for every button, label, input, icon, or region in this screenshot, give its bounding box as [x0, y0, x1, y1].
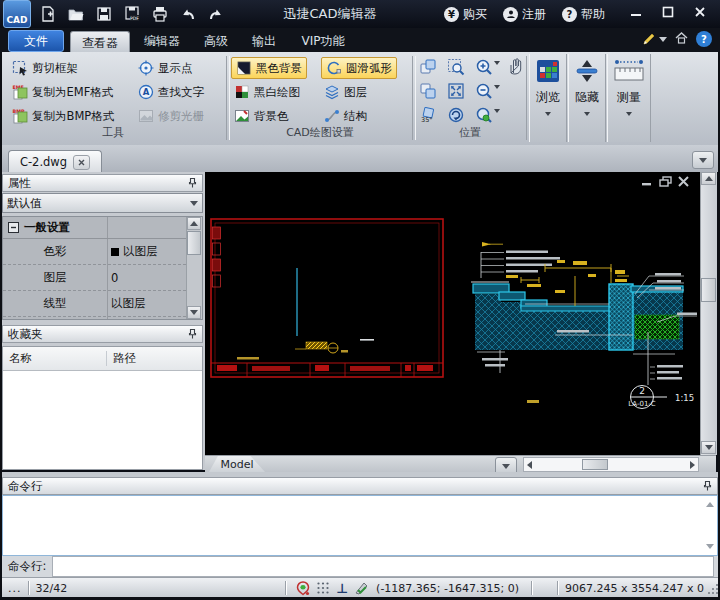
color-swatch[interactable] — [111, 248, 119, 256]
measure-dropdown[interactable] — [626, 112, 632, 116]
tree-section-row[interactable]: 一般设置 — [3, 217, 191, 239]
scroll-up-button[interactable] — [701, 172, 716, 185]
trim-raster-button: 修剪光栅 — [138, 106, 204, 126]
buy-button[interactable]: ¥ 购买 — [444, 6, 487, 23]
tree-scrollbar[interactable] — [186, 217, 202, 319]
zoom-in-icon[interactable] — [475, 58, 493, 76]
commandline-history[interactable] — [2, 495, 718, 556]
scroll-thumb[interactable] — [582, 459, 608, 470]
column-name[interactable]: 名称 — [3, 351, 107, 366]
scroll-up-button[interactable] — [187, 217, 201, 230]
command-input[interactable] — [52, 556, 714, 577]
property-row-linetype[interactable]: 线型 以图层 — [3, 291, 186, 317]
app-logo-icon[interactable]: CAD — [3, 0, 31, 28]
pin-icon[interactable] — [188, 178, 197, 188]
open-file-icon[interactable] — [64, 3, 88, 25]
ortho-icon[interactable]: ⊥ — [336, 581, 348, 596]
find-text-button[interactable]: A 查找文字 — [138, 82, 204, 102]
scroll-up-button[interactable] — [706, 502, 714, 507]
black-bg-toggle[interactable]: 黑色背景 — [231, 57, 307, 79]
close-button[interactable] — [687, 2, 713, 22]
scroll-down-button[interactable] — [701, 441, 716, 454]
save-as-pdf-icon[interactable]: PDF — [120, 3, 144, 25]
browse-button[interactable]: 浏览 — [529, 54, 567, 142]
cut-frame-button[interactable]: 剪切框架 — [12, 58, 78, 78]
preset-select[interactable]: 默认值 — [2, 193, 203, 213]
osnap-marker-icon[interactable] — [296, 581, 310, 596]
copy-view-icon[interactable] — [419, 58, 437, 76]
bg-color-button[interactable]: 背景色 — [234, 106, 289, 126]
smooth-arc-toggle[interactable]: 圆滑弧形 — [321, 57, 397, 79]
doc-close-button[interactable] — [677, 176, 690, 187]
fit-to-screen-icon[interactable] — [447, 82, 465, 100]
scroll-thumb[interactable] — [701, 278, 716, 302]
grid-snap-icon[interactable] — [316, 581, 330, 595]
bw-draw-button[interactable]: 黑白绘图 — [234, 82, 300, 102]
show-points-button[interactable]: 显示点 — [138, 58, 193, 78]
zoom-out-icon[interactable] — [475, 82, 493, 100]
maximize-button[interactable] — [655, 2, 681, 22]
column-path[interactable]: 路径 — [107, 351, 136, 366]
property-row-color[interactable]: 色彩 以图层 — [3, 239, 186, 265]
hide-button[interactable]: 隐藏 — [568, 54, 606, 142]
tab-output[interactable]: 输出 — [244, 30, 284, 52]
hide-dropdown[interactable] — [584, 112, 590, 116]
ribbon-help-icon[interactable]: ? — [696, 31, 712, 47]
measure-button[interactable]: 测量 — [607, 54, 651, 142]
scroll-thumb[interactable] — [187, 231, 201, 255]
property-row-layer[interactable]: 图层 0 — [3, 265, 186, 291]
tab-viewer[interactable]: 查看器 — [70, 31, 130, 53]
file-menu-button[interactable]: 文件 — [8, 30, 64, 52]
snap-mode-icon[interactable] — [354, 581, 369, 595]
document-tab[interactable]: C-2.dwg — [8, 150, 102, 173]
structure-button[interactable]: 结构 — [324, 106, 367, 126]
zoom-window-icon[interactable] — [447, 58, 465, 76]
scroll-down-button[interactable] — [187, 306, 201, 319]
layers-button[interactable]: 图层 — [324, 82, 367, 102]
copy-emf-button[interactable]: EMF 复制为EMF格式 — [12, 82, 113, 102]
zoom-in-dropdown[interactable] — [494, 65, 500, 79]
redo-icon[interactable] — [204, 3, 228, 25]
zoom-out-dropdown[interactable] — [494, 89, 500, 103]
new-file-icon[interactable] — [36, 3, 60, 25]
doc-minimize-button[interactable] — [641, 176, 654, 187]
tab-vip[interactable]: VIP功能 — [292, 30, 354, 52]
copy-bmp-button[interactable]: BMP 复制为BMP格式 — [12, 106, 114, 126]
home-icon[interactable] — [675, 32, 688, 47]
paste-view-icon[interactable] — [419, 82, 437, 100]
rotate-35-icon[interactable]: 35° — [419, 106, 437, 124]
favorites-list[interactable]: 名称 路径 — [2, 346, 203, 470]
save-icon[interactable] — [92, 3, 116, 25]
zoom-extents-icon[interactable] — [475, 106, 493, 124]
group-label-tools: 工具 — [0, 126, 226, 140]
quick-edit-icon[interactable] — [641, 31, 667, 47]
mdi-controls — [641, 176, 690, 187]
print-icon[interactable] — [148, 3, 172, 25]
model-tab[interactable]: Model — [209, 456, 265, 472]
previous-view-icon[interactable] — [447, 106, 465, 124]
group-label-draw-settings: CAD绘图设置 — [228, 126, 412, 140]
scroll-down-button[interactable] — [706, 544, 714, 549]
close-tab-icon[interactable] — [73, 155, 90, 170]
register-button[interactable]: 注册 — [503, 6, 546, 23]
scroll-right-button[interactable] — [690, 461, 695, 469]
doc-restore-button[interactable] — [659, 176, 672, 187]
tab-list-dropdown[interactable] — [692, 151, 714, 169]
help-button[interactable]: ? 帮助 — [562, 6, 605, 23]
viewport-vscrollbar[interactable] — [700, 172, 717, 455]
browse-dropdown[interactable] — [545, 112, 551, 116]
pin-icon[interactable] — [188, 329, 197, 339]
pin-icon[interactable] — [703, 481, 712, 491]
minimize-button[interactable] — [623, 2, 649, 22]
scroll-left-button[interactable] — [527, 461, 532, 469]
tab-advanced[interactable]: 高级 — [196, 30, 236, 52]
cad-canvas[interactable]: 2 LA-01-C 1:15 — [205, 172, 700, 455]
resize-grip[interactable] — [706, 584, 718, 596]
undo-icon[interactable] — [176, 3, 200, 25]
zoom-extents-dropdown[interactable] — [494, 113, 500, 127]
more-button[interactable]: ... — [8, 582, 22, 595]
collapse-icon[interactable] — [8, 222, 19, 233]
viewport-hscrollbar[interactable] — [523, 457, 699, 472]
pan-icon[interactable] — [506, 57, 524, 75]
tab-editor[interactable]: 编辑器 — [136, 30, 188, 52]
